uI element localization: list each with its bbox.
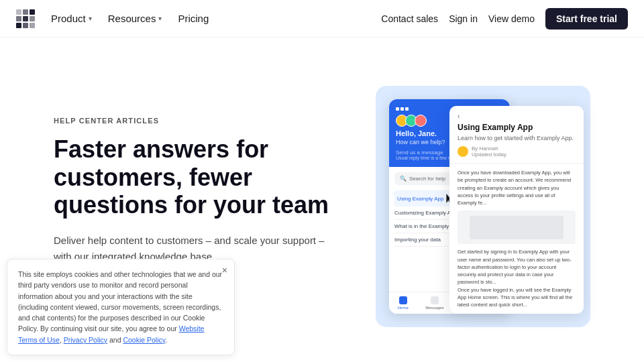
cookie-policy-link[interactable]: Cookie Policy: [123, 336, 165, 344]
nav-item-product[interactable]: Product ▾: [51, 13, 92, 24]
start-free-trial-button[interactable]: Start free trial: [545, 8, 628, 29]
article-description: Learn how to get started with Examply Ap…: [458, 135, 576, 141]
author-avatar: [458, 146, 468, 157]
article-image-inner: [470, 216, 564, 239]
article-image: [458, 210, 576, 244]
chevron-down-icon: ▾: [158, 15, 162, 22]
nav-item-pricing[interactable]: Pricing: [178, 13, 209, 24]
list-item-label: Importing your data: [394, 237, 441, 243]
navbar-left: Product ▾ Resources ▾ Pricing: [16, 9, 209, 28]
phone-nav-home[interactable]: Home: [398, 296, 409, 310]
home-icon: [399, 296, 407, 304]
nav-item-resources[interactable]: Resources ▾: [108, 13, 162, 24]
article-title: Using Examply App: [458, 123, 576, 132]
cookie-text: This site employs cookies and other tech…: [18, 269, 223, 345]
article-panel-body: Once you have downloaded Examply App, yo…: [449, 164, 584, 314]
list-item-label: Customizing Examply App: [394, 210, 457, 216]
sign-in-link[interactable]: Sign in: [449, 13, 478, 24]
navbar-right: Contact sales Sign in View demo Start fr…: [381, 8, 628, 29]
cookie-banner: × This site employs cookies and other te…: [7, 259, 235, 355]
view-demo-link[interactable]: View demo: [488, 13, 535, 24]
cookie-text-end: .: [165, 336, 167, 344]
article-author: By Hannah Updated today: [458, 145, 576, 158]
list-item-label: Using Examply App: [397, 196, 443, 202]
article-panel-header: ‹ Using Examply App Learn how to get sta…: [449, 106, 584, 164]
contact-sales-link[interactable]: Contact sales: [381, 13, 438, 24]
article-body-text-3: Once you have logged in, you will see th…: [458, 286, 576, 309]
avatar: [415, 115, 427, 127]
search-placeholder: Search for help: [409, 176, 445, 182]
cookie-close-button[interactable]: ×: [222, 265, 227, 276]
article-body-text-2: Get started by signing in to Examply App…: [458, 248, 576, 286]
article-panel: ‹ Using Examply App Learn how to get sta…: [449, 106, 584, 314]
logo[interactable]: [16, 9, 35, 28]
article-body-text-1: Once you have downloaded Examply App, yo…: [458, 169, 576, 206]
messages-icon: [431, 296, 439, 304]
hero-illustration: Hello, Jane. How can we help? Send us a …: [376, 86, 590, 341]
chevron-down-icon: ▾: [89, 15, 92, 22]
back-button[interactable]: ‹: [458, 113, 576, 120]
cookie-text-before: This site employs cookies and other tech…: [18, 270, 222, 333]
privacy-link[interactable]: Privacy Policy: [64, 336, 107, 344]
search-icon: 🔍: [400, 176, 407, 182]
hero-title: Faster answers for customers, fewer ques…: [54, 135, 335, 219]
navbar: Product ▾ Resources ▾ Pricing Contact sa…: [0, 0, 644, 38]
logo-icon: [16, 9, 35, 28]
cookie-text-after: and: [107, 336, 123, 344]
author-name: By Hannah: [472, 145, 506, 152]
article-updated: Updated today: [472, 152, 506, 158]
hero-label: HELP CENTER ARTICLES: [54, 117, 335, 125]
phone-nav-messages[interactable]: Messages: [425, 296, 443, 310]
